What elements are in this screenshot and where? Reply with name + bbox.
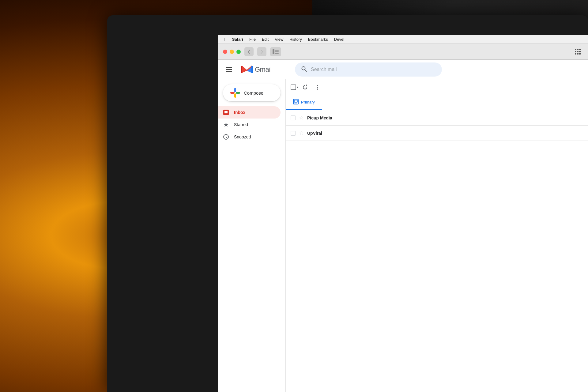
gmail-logo: Gmail — [240, 63, 272, 76]
compose-plus-icon — [230, 88, 240, 98]
menubar-edit[interactable]: Edit — [262, 37, 269, 42]
star-icon[interactable]: ☆ — [299, 115, 303, 121]
menubar:  Safari File Edit View History Bookmark… — [218, 35, 588, 44]
menubar-history[interactable]: History — [289, 37, 302, 42]
email-checkbox[interactable] — [291, 115, 296, 120]
sidebar-item-starred[interactable]: ★ Starred — [218, 119, 281, 131]
menubar-bookmarks[interactable]: Bookmarks — [308, 37, 328, 42]
gmail-header: Gmail Search mail — [218, 60, 588, 79]
maximize-button[interactable] — [236, 50, 241, 54]
search-bar[interactable]: Search mail — [295, 62, 442, 77]
gmail-m-icon — [240, 63, 254, 76]
svg-rect-24 — [294, 100, 297, 102]
svg-rect-1 — [275, 50, 279, 51]
svg-rect-10 — [230, 92, 235, 94]
select-dropdown-chevron[interactable]: ▾ — [297, 85, 298, 89]
sidebar-item-inbox[interactable]: Inbox — [218, 106, 281, 119]
compose-button[interactable]: Compose — [223, 84, 281, 101]
gmail-body: Compose Inbox ★ Starred — [218, 79, 588, 392]
svg-line-9 — [305, 70, 307, 71]
close-button[interactable] — [223, 50, 227, 54]
menubar-view[interactable]: View — [275, 37, 283, 42]
ham-bar-3 — [226, 71, 232, 72]
screen:  Safari File Edit View History Bookmark… — [218, 35, 588, 392]
search-placeholder: Search mail — [311, 67, 337, 72]
starred-icon: ★ — [223, 122, 229, 128]
svg-rect-11 — [236, 92, 240, 94]
traffic-lights — [223, 50, 241, 54]
select-all-checkbox[interactable] — [291, 85, 296, 90]
svg-rect-0 — [273, 49, 274, 54]
snoozed-label: Snoozed — [234, 134, 251, 139]
ham-bar-1 — [226, 67, 232, 68]
safari-toolbar — [218, 44, 588, 60]
grid-icon — [575, 49, 581, 55]
mail-toolbar: ▾ — [286, 79, 588, 95]
email-list: ☆ Picup Media ☆ UpViral — [286, 110, 588, 392]
ham-bar-2 — [226, 69, 232, 70]
primary-tab-label: Primary — [301, 100, 315, 104]
sidebar-item-snoozed[interactable]: Snoozed — [218, 131, 281, 143]
hamburger-menu-button[interactable] — [223, 63, 235, 76]
svg-rect-16 — [224, 114, 228, 114]
compose-label: Compose — [244, 90, 263, 96]
table-row[interactable]: ☆ UpViral — [286, 126, 588, 141]
email-sender: UpViral — [307, 131, 350, 136]
email-sender: Picup Media — [307, 115, 350, 120]
forward-button[interactable] — [257, 47, 266, 56]
svg-rect-3 — [275, 53, 279, 54]
menubar-safari[interactable]: Safari — [232, 37, 243, 42]
select-all-checkbox-wrap[interactable]: ▾ — [291, 85, 298, 90]
svg-rect-25 — [294, 103, 297, 104]
menubar-file[interactable]: File — [249, 37, 256, 42]
back-button[interactable] — [244, 47, 254, 56]
apple-menu-icon[interactable]:  — [223, 37, 225, 42]
svg-rect-13 — [234, 93, 236, 98]
gmail-sidebar: Compose Inbox ★ Starred — [218, 79, 285, 392]
svg-point-21 — [317, 87, 318, 88]
gmail-content: Gmail Search mail — [218, 60, 588, 392]
inbox-tabs: Primary — [286, 95, 588, 110]
svg-point-22 — [317, 89, 318, 90]
primary-tab-icon — [293, 99, 299, 106]
star-icon[interactable]: ☆ — [299, 130, 303, 136]
email-checkbox[interactable] — [291, 131, 296, 136]
svg-line-19 — [226, 137, 227, 138]
inbox-label: Inbox — [234, 110, 245, 115]
svg-rect-15 — [224, 111, 228, 113]
sidebar-toggle-button[interactable] — [270, 47, 281, 56]
svg-point-20 — [317, 85, 318, 86]
menubar-develop[interactable]: Devel — [334, 37, 344, 42]
inbox-icon — [223, 109, 229, 115]
table-row[interactable]: ☆ Picup Media — [286, 110, 588, 126]
svg-rect-12 — [234, 88, 236, 92]
gmail-main: ▾ — [285, 79, 588, 392]
laptop-bezel:  Safari File Edit View History Bookmark… — [107, 15, 588, 392]
apps-grid-button[interactable] — [572, 47, 583, 56]
minimize-button[interactable] — [230, 50, 234, 54]
search-icon — [301, 66, 307, 74]
more-options-button[interactable] — [312, 82, 323, 93]
gmail-wordmark: Gmail — [255, 66, 272, 74]
starred-label: Starred — [234, 122, 248, 127]
snoozed-icon — [223, 134, 229, 140]
tab-primary[interactable]: Primary — [286, 95, 322, 110]
refresh-button[interactable] — [300, 82, 311, 93]
svg-rect-2 — [275, 51, 279, 52]
